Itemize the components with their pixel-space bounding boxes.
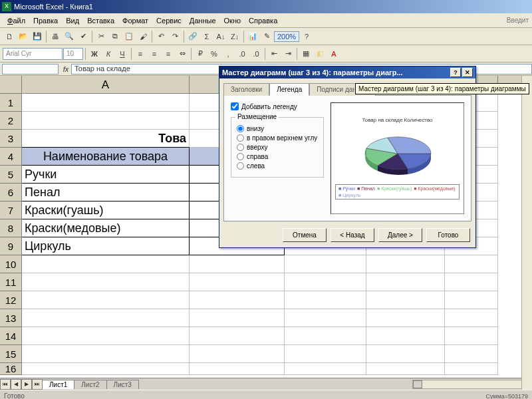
name-box[interactable] [2, 64, 59, 74]
row-header[interactable]: 3 [0, 130, 22, 148]
cell-header-name[interactable]: Наименование товара [22, 148, 190, 166]
cell[interactable] [285, 291, 366, 309]
cell[interactable]: Краски(гуашь) [22, 201, 190, 219]
tab-legend[interactable]: Легенда [269, 83, 309, 96]
underline-button[interactable]: Ч [116, 47, 129, 61]
add-legend-checkbox[interactable]: Добавить легенду [231, 102, 324, 110]
cell[interactable] [22, 363, 190, 375]
cell[interactable] [366, 345, 445, 363]
bold-button[interactable]: Ж [88, 47, 101, 61]
new-button[interactable]: 🗋 [3, 30, 16, 43]
italic-button[interactable]: К [102, 47, 115, 61]
cell[interactable]: Пенал [22, 184, 190, 201]
row-header[interactable]: 15 [0, 345, 22, 363]
cell[interactable] [445, 309, 498, 327]
cell[interactable] [445, 363, 498, 375]
cell[interactable] [445, 345, 498, 363]
sheet-nav-last[interactable]: ⏭ [32, 379, 43, 390]
drawing-button[interactable]: ✎ [260, 30, 273, 43]
row-header[interactable]: 4 [0, 148, 22, 166]
cell[interactable] [285, 255, 366, 273]
preview-button[interactable]: 🔍 [63, 30, 76, 43]
menu-file[interactable]: ФФайлайл [7, 17, 25, 25]
cell[interactable] [190, 291, 285, 309]
menu-service[interactable]: Сервис [156, 17, 182, 25]
menu-edit[interactable]: Правка [33, 17, 58, 25]
sort-asc-button[interactable]: A↓ [214, 30, 227, 43]
menu-insert[interactable]: Вставка [87, 17, 114, 25]
add-legend-input[interactable] [231, 102, 239, 110]
cell[interactable] [190, 345, 285, 363]
row-header[interactable]: 16 [0, 363, 22, 375]
font-name-select[interactable]: Arial Cyr [3, 48, 63, 60]
row-header[interactable]: 14 [0, 327, 22, 345]
dialog-titlebar[interactable]: Мастер диаграмм (шаг 3 из 4): параметры … [219, 66, 475, 78]
cell[interactable] [22, 327, 190, 345]
sheet-nav-first[interactable]: ⏮ [0, 379, 11, 390]
row-header[interactable]: 5 [0, 166, 22, 184]
open-button[interactable]: 📂 [17, 30, 30, 43]
cell[interactable] [190, 273, 285, 291]
fx-icon[interactable]: fx [61, 65, 71, 73]
row-header[interactable]: 10 [0, 255, 22, 273]
font-size-select[interactable]: 10 [63, 48, 83, 60]
cell[interactable] [366, 363, 445, 375]
cell[interactable] [22, 309, 190, 327]
save-button[interactable]: 💾 [31, 30, 44, 43]
undo-button[interactable]: ↶ [154, 30, 168, 43]
placement-topright[interactable]: в правом верхнем углу [237, 134, 318, 142]
cell[interactable] [366, 291, 445, 309]
placement-top[interactable]: вверху [237, 144, 318, 151]
row-header[interactable]: 1 [0, 94, 22, 112]
row-header[interactable]: 8 [0, 219, 22, 237]
decrease-decimal-button[interactable]: .0 [249, 47, 263, 61]
comma-button[interactable]: , [221, 47, 235, 61]
dialog-close-button[interactable]: ✕ [462, 68, 473, 77]
sheet-nav-next[interactable]: ▶ [21, 379, 32, 390]
print-button[interactable]: 🖶 [49, 30, 62, 43]
cell[interactable] [285, 273, 366, 291]
menu-data[interactable]: Данные [190, 17, 216, 25]
cut-button[interactable]: ✂ [94, 30, 108, 43]
next-button[interactable]: Далее > [378, 228, 422, 242]
cell[interactable] [366, 255, 445, 273]
cell[interactable] [366, 309, 445, 327]
cancel-button[interactable]: Отмена [283, 228, 327, 242]
sheet-tab-2[interactable]: Лист2 [74, 380, 106, 389]
cell[interactable] [190, 309, 285, 327]
cell[interactable]: Циркуль [22, 237, 190, 255]
menu-format[interactable]: Формат [122, 17, 148, 25]
row-header[interactable]: 6 [0, 184, 22, 201]
sheet-nav-prev[interactable]: ◀ [11, 379, 21, 390]
dialog-help-button[interactable]: ? [450, 68, 461, 77]
cell[interactable] [22, 345, 190, 363]
help-button[interactable]: ? [300, 30, 313, 43]
cell[interactable] [190, 363, 285, 375]
back-button[interactable]: < Назад [331, 228, 374, 242]
increase-indent-button[interactable]: ⇥ [281, 47, 295, 61]
increase-decimal-button[interactable]: .0 [235, 47, 249, 61]
cell[interactable] [366, 273, 445, 291]
cell[interactable] [445, 291, 498, 309]
format-painter-button[interactable]: 🖌 [136, 30, 150, 43]
row-header[interactable]: 13 [0, 309, 22, 327]
cell[interactable] [445, 327, 498, 345]
finish-button[interactable]: Готово [426, 228, 470, 242]
cell[interactable] [285, 345, 366, 363]
percent-button[interactable]: % [207, 47, 221, 61]
sheet-tab-3[interactable]: Лист3 [106, 380, 139, 389]
align-left-button[interactable]: ≡ [134, 47, 147, 61]
cell[interactable] [22, 291, 190, 309]
cell[interactable]: Ручки [22, 166, 190, 184]
paste-button[interactable]: 📋 [122, 30, 136, 43]
autosum-button[interactable]: Σ [200, 30, 213, 43]
decrease-indent-button[interactable]: ⇤ [267, 47, 281, 61]
cell[interactable] [190, 327, 285, 345]
cell[interactable] [445, 273, 498, 291]
row-header[interactable]: 2 [0, 112, 22, 130]
merge-center-button[interactable]: ⇔ [176, 47, 189, 61]
copy-button[interactable]: ⧉ [108, 30, 122, 43]
vertical-scrollbar[interactable] [521, 76, 532, 390]
align-center-button[interactable]: ≡ [148, 47, 161, 61]
cell[interactable] [190, 255, 285, 273]
